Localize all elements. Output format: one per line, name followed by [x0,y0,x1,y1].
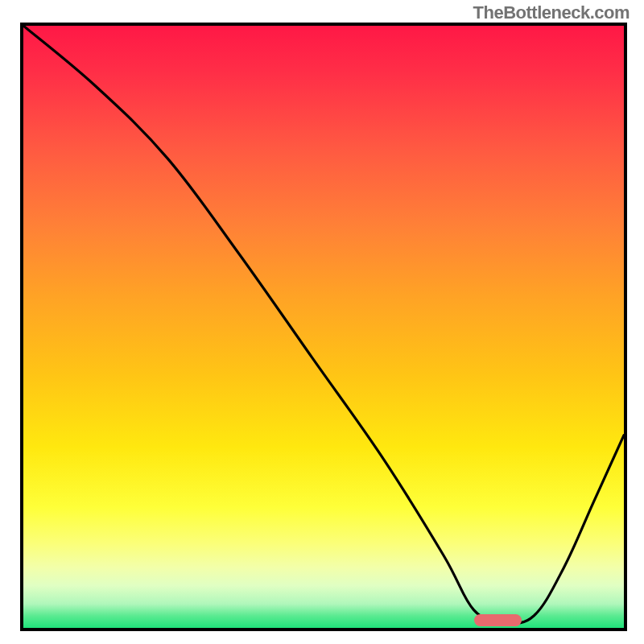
chart-container: TheBottleneck.com [0,0,644,644]
plot-frame [20,23,627,631]
optimal-marker [474,614,522,626]
curve-path [23,26,624,623]
watermark-text: TheBottleneck.com [473,2,630,23]
bottleneck-curve [23,26,624,628]
